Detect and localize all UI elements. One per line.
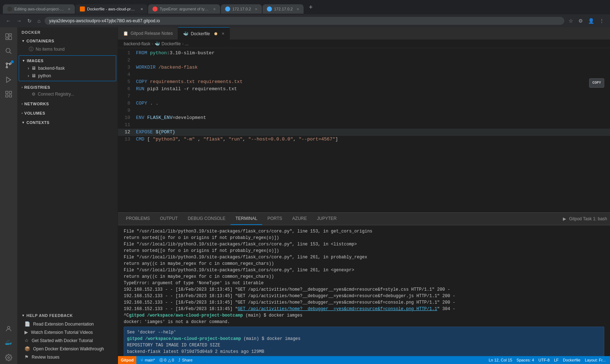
help-watch-videos[interactable]: ▶ Watch Extension Tutorial Videos — [17, 328, 118, 336]
registries-label: REGISTRIES — [24, 85, 50, 89]
errors-status[interactable]: ⓪ 0 △ 0 — [159, 358, 174, 363]
tab-2-close[interactable]: ✕ — [140, 7, 143, 11]
line-num-8: 8 — [118, 100, 136, 107]
errors-label: ⓪ 0 — [159, 358, 167, 363]
tab-1-close[interactable]: ✕ — [68, 7, 70, 11]
line-content-3: WORKDIR /backend-flask — [136, 64, 610, 71]
extensions-side-button[interactable] — [2, 88, 15, 101]
reload-button[interactable]: ↻ — [26, 17, 33, 25]
contexts-chevron: ▼ — [22, 121, 25, 124]
tab-jupyter[interactable]: JUPYTER — [312, 213, 342, 225]
tab-problems[interactable]: PROBLEMS — [121, 213, 155, 225]
back-button[interactable]: ← — [4, 17, 12, 25]
line-num-2: 2 — [118, 57, 136, 64]
browser-tab-2[interactable]: Dockerfile - aws-cloud-project-b... ✕ — [76, 4, 147, 14]
app-container: DOCKER ▼ CONTAINERS ⓘ No items found ▼ I… — [0, 27, 610, 364]
term-row-1: backend-flask latest 0710d75d04a9 2 minu… — [127, 349, 601, 355]
language-status[interactable]: Dockerfile — [563, 358, 581, 362]
code-line-5: 5 COPY requirements.txt requirements.txt… — [118, 78, 610, 86]
registries-section: › REGISTRIES ⚙ Connect Registry... — [17, 83, 118, 99]
menu-button[interactable]: ⋮ — [598, 17, 606, 25]
help-walkthrough[interactable]: 📦 Open Docker Extension Walkthrough — [17, 345, 118, 353]
tab-3-close[interactable]: ✕ — [213, 7, 216, 11]
search-button[interactable] — [2, 45, 15, 57]
help-get-started[interactable]: ☆ Get Started with Docker Tutorial — [17, 336, 118, 345]
share-status[interactable]: ⤴ Share — [178, 358, 192, 362]
line-num-5: 5 — [118, 78, 136, 86]
browser-tab-4[interactable]: 172.17.0.2 ✕ — [221, 4, 262, 14]
help-read-docs[interactable]: 📄 Read Extension Documentation — [17, 320, 118, 328]
registries-header[interactable]: › REGISTRIES — [22, 84, 113, 91]
breadcrumb-file[interactable]: Dockerfile — [161, 41, 181, 46]
settings-button[interactable] — [2, 351, 15, 364]
forward-button[interactable]: → — [15, 17, 23, 25]
tab-2-title: Dockerfile - aws-cloud-project-b... — [87, 7, 137, 11]
home-button[interactable]: ⌂ — [36, 17, 42, 25]
release-notes-icon: 📋 — [123, 31, 128, 36]
tab-debug-console[interactable]: DEBUG CONSOLE — [183, 213, 231, 225]
tab-ports[interactable]: PORTS — [262, 213, 287, 225]
source-control-button[interactable] — [2, 59, 15, 72]
docker-sidebar-button[interactable] — [2, 337, 15, 350]
browser-tab-1[interactable]: Editing aws-cloud-project-bootc... ✕ — [3, 4, 75, 14]
term-link-1[interactable]: GET /api/activities/home?__debugger__=ye… — [238, 307, 437, 312]
containers-header[interactable]: ▼ CONTAINERS — [17, 37, 118, 45]
no-items-message: ⓘ No items found — [17, 45, 118, 54]
tab-3-title: TypeError: argument of type 'No... — [160, 7, 209, 11]
tab-5-close[interactable]: ✕ — [296, 7, 299, 11]
encoding-status[interactable]: UTF-8 — [538, 358, 550, 362]
help-review-issues[interactable]: ⚑ Review Issues — [17, 353, 118, 361]
address-bar[interactable] — [45, 17, 564, 25]
terminal-panel: PROBLEMS OUTPUT DEBUG CONSOLE TERMINAL P… — [118, 212, 610, 356]
tab-azure[interactable]: AZURE — [287, 213, 312, 225]
browser-tab-5[interactable]: 172.17.0.2 ✕ — [263, 4, 304, 14]
svg-rect-10 — [6, 91, 8, 94]
tab-release-notes[interactable]: 📋 Gitpod Release Notes — [118, 27, 178, 40]
line-col-status[interactable]: Ln 12, Col 15 — [489, 358, 512, 362]
terminal-line-12: 192.168.152.133 - - [18/Feb/2023 18:13:4… — [124, 299, 604, 306]
explorer-button[interactable] — [2, 30, 15, 43]
breadcrumb-root[interactable]: backend-flask — [124, 41, 150, 46]
dockerfile-label: Dockerfile — [191, 31, 210, 36]
copy-button[interactable]: COPY — [589, 78, 604, 88]
svg-rect-12 — [6, 95, 8, 97]
contexts-header[interactable]: ▼ CONTEXTS — [22, 119, 113, 126]
image-backend-flask[interactable]: › 🖥 backend-flask — [19, 64, 116, 72]
spaces-status[interactable]: Spaces: 4 — [516, 358, 534, 362]
expand-icon: › — [28, 66, 29, 71]
svg-rect-13 — [9, 95, 12, 97]
tab-5-title: 172.17.0.2 — [274, 7, 293, 11]
run-debug-button[interactable] — [2, 73, 15, 86]
line-num-10: 10 — [118, 114, 136, 121]
term-see-help: See 'docker --help' — [127, 329, 601, 336]
networks-header[interactable]: › NETWORKS — [22, 101, 113, 107]
tab-close-dockerfile[interactable]: ✕ — [222, 32, 224, 36]
volumes-header[interactable]: › VOLUMES — [22, 110, 113, 116]
layout-status[interactable]: Layout: Fr... — [585, 358, 606, 362]
browser-tab-3[interactable]: TypeError: argument of type 'No... ✕ — [148, 4, 220, 14]
accounts-button[interactable] — [2, 322, 15, 335]
images-label: IMAGES — [27, 59, 44, 63]
branch-status[interactable]: ⑂ main* — [141, 358, 155, 362]
tab-terminal[interactable]: TERMINAL — [231, 213, 263, 225]
connect-registry[interactable]: ⚙ Connect Registry... — [22, 91, 113, 98]
tab-dockerfile[interactable]: 🐳 Dockerfile ✕ — [178, 27, 229, 40]
gitpod-badge[interactable]: Gitpod — [118, 356, 136, 364]
tab-output[interactable]: OUTPUT — [155, 213, 183, 225]
line-ending-status[interactable]: LF — [554, 358, 559, 362]
bookmark-button[interactable]: ☆ — [567, 17, 575, 25]
new-tab-button[interactable]: + — [304, 1, 317, 14]
tab-4-title: 172.17.0.2 — [232, 7, 251, 11]
image-python[interactable]: › 🖥 python — [19, 72, 116, 79]
profile-button[interactable]: 👤 — [587, 17, 596, 25]
container-icon: 🖥 — [31, 65, 36, 71]
code-line-12[interactable]: 12 EXPOSE ${PORT} — [118, 129, 610, 136]
images-header[interactable]: ▼ IMAGES — [19, 57, 116, 64]
tab-4-close[interactable]: ✕ — [255, 7, 258, 11]
term-table-header: REPOSITORY TAG IMAGE ID CREATED SIZE — [127, 342, 601, 349]
code-line-6: 6 RUN pip3 install -r requirements.txt — [118, 86, 610, 93]
line-content-8: COPY . . — [136, 100, 610, 107]
line-content-13: CMD [ "python3", "-m" , "flask", "run", … — [136, 136, 610, 143]
terminal-content[interactable]: File "/usr/local/lib/python3.10/site-pac… — [118, 225, 610, 356]
extensions-button[interactable]: ⚙ — [577, 17, 584, 25]
